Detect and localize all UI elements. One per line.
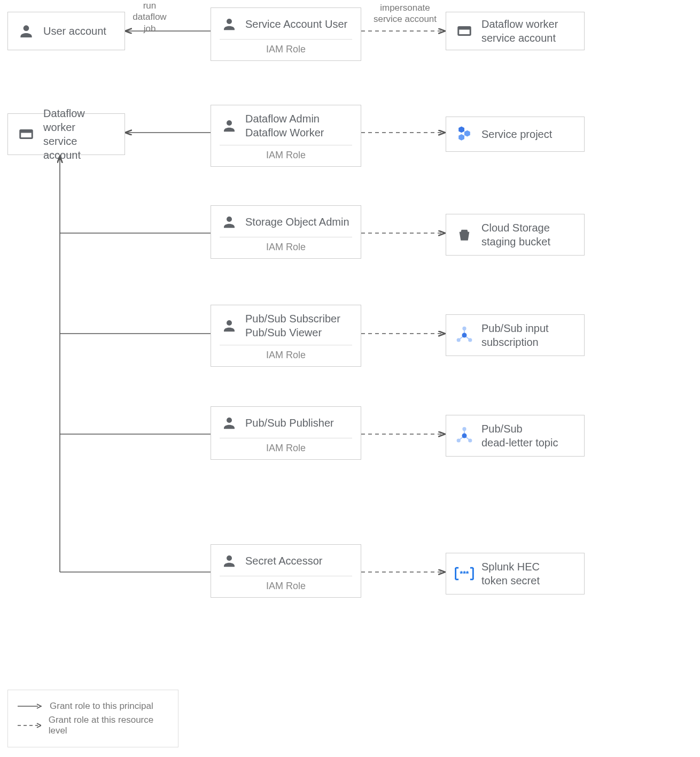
role-title: Secret Accessor xyxy=(245,554,323,568)
node-service-project: Service project xyxy=(446,117,585,152)
node-label: Dataflow workerservice account xyxy=(481,17,558,45)
svg-marker-23 xyxy=(458,134,464,141)
svg-point-29 xyxy=(462,333,467,338)
role-title: Pub/Sub Publisher xyxy=(245,416,334,430)
node-dataflow-worker-sa-left: Dataflow workerservice account xyxy=(7,113,125,155)
role-title: Pub/Sub SubscriberPub/Sub Viewer xyxy=(245,312,340,339)
svg-marker-22 xyxy=(464,130,470,137)
role-dataflow-admin-worker: Dataflow AdminDataflow Worker IAM Role xyxy=(211,105,361,167)
svg-point-24 xyxy=(227,217,232,222)
node-label: User account xyxy=(43,24,106,38)
role-title: Dataflow AdminDataflow Worker xyxy=(245,112,324,140)
role-subtitle: IAM Role xyxy=(220,242,352,253)
svg-point-40 xyxy=(468,438,472,442)
node-label: Dataflow workerservice account xyxy=(43,106,117,162)
person-icon xyxy=(220,413,239,432)
svg-point-20 xyxy=(227,120,232,126)
node-label: Service project xyxy=(481,127,552,141)
role-pubsub-subscriber-viewer: Pub/Sub SubscriberPub/Sub Viewer IAM Rol… xyxy=(211,305,361,367)
svg-point-41 xyxy=(227,555,232,561)
role-title: Service Account User xyxy=(245,17,347,31)
node-label: Pub/Sub inputsubscription xyxy=(481,321,549,349)
node-label: Pub/Subdead-letter topic xyxy=(481,422,558,450)
legend-row-dashed: Grant role at this resource level xyxy=(18,715,168,736)
svg-point-31 xyxy=(457,338,461,342)
svg-point-32 xyxy=(468,338,472,342)
person-icon xyxy=(220,116,239,135)
person-icon xyxy=(220,14,239,34)
role-subtitle: IAM Role xyxy=(220,581,352,592)
svg-point-15 xyxy=(227,19,232,24)
secret-icon: *** xyxy=(454,563,475,584)
person-icon xyxy=(220,212,239,231)
person-icon xyxy=(15,20,37,42)
person-icon xyxy=(220,551,239,570)
pubsub-icon xyxy=(454,325,475,346)
svg-point-39 xyxy=(457,438,461,442)
svg-point-14 xyxy=(24,25,29,31)
role-storage-object-admin: Storage Object Admin IAM Role xyxy=(211,205,361,259)
node-user-account: User account xyxy=(7,12,125,50)
role-title: Storage Object Admin xyxy=(245,215,349,229)
svg-rect-17 xyxy=(458,27,471,30)
role-secret-accessor: Secret Accessor IAM Role xyxy=(211,544,361,598)
svg-rect-19 xyxy=(20,130,33,133)
svg-point-25 xyxy=(227,320,232,326)
legend: Grant role to this principal Grant role … xyxy=(7,690,178,747)
node-cloud-storage-bucket: Cloud Storagestaging bucket xyxy=(446,214,585,256)
role-subtitle: IAM Role xyxy=(220,350,352,361)
role-pubsub-publisher: Pub/Sub Publisher IAM Role xyxy=(211,406,361,460)
role-subtitle: IAM Role xyxy=(220,150,352,161)
edge-label-impersonate: impersonateservice account xyxy=(368,2,442,25)
pubsub-icon xyxy=(454,425,475,446)
svg-point-30 xyxy=(462,327,466,330)
service-account-icon xyxy=(454,20,475,42)
svg-marker-21 xyxy=(458,127,464,133)
svg-point-33 xyxy=(227,418,232,423)
node-pubsub-input-sub: Pub/Sub inputsubscription xyxy=(446,314,585,356)
legend-label: Grant role at this resource level xyxy=(49,715,168,736)
bucket-icon xyxy=(454,224,475,245)
svg-point-38 xyxy=(462,427,466,431)
person-icon xyxy=(220,316,239,335)
role-subtitle: IAM Role xyxy=(220,44,352,55)
node-pubsub-dl-topic: Pub/Subdead-letter topic xyxy=(446,415,585,457)
node-splunk-secret: *** Splunk HECtoken secret xyxy=(446,553,585,594)
svg-point-37 xyxy=(462,434,467,438)
legend-row-solid: Grant role to this principal xyxy=(18,701,168,712)
legend-label: Grant role to this principal xyxy=(50,701,153,712)
node-dataflow-worker-sa-top: Dataflow workerservice account xyxy=(446,12,585,50)
project-hex-icon xyxy=(454,123,475,145)
edge-label-run-job: rundataflowjob xyxy=(128,0,171,34)
svg-text:***: *** xyxy=(460,569,469,578)
node-label: Splunk HECtoken secret xyxy=(481,560,540,588)
role-subtitle: IAM Role xyxy=(220,443,352,454)
role-service-account-user: Service Account User IAM Role xyxy=(211,7,361,61)
service-account-icon xyxy=(15,123,37,145)
node-label: Cloud Storagestaging bucket xyxy=(481,221,550,249)
